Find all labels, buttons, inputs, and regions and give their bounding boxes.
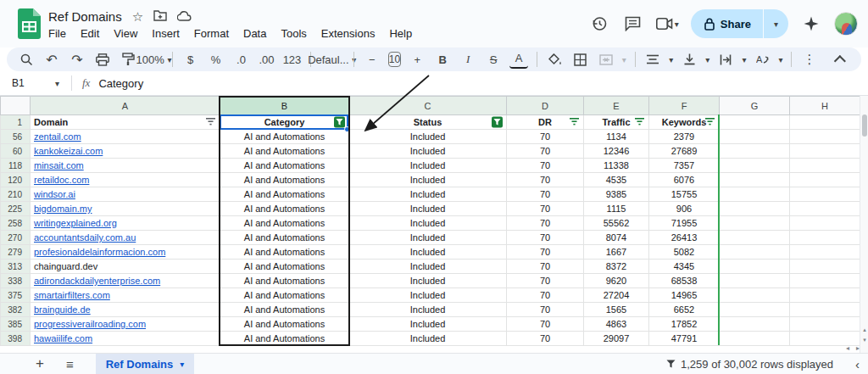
domain-link[interactable]: kankokeizai.com bbox=[34, 146, 103, 156]
menu-view[interactable]: View bbox=[114, 27, 137, 40]
cell-domain[interactable]: zentail.com bbox=[31, 130, 220, 144]
cell-h[interactable] bbox=[790, 144, 860, 159]
text-rotation-dropdown-icon[interactable]: ▾ bbox=[778, 55, 782, 64]
domain-link[interactable]: adirondackdailyenterprise.com bbox=[34, 276, 160, 286]
cell-keywords[interactable]: 47791 bbox=[649, 332, 720, 346]
cell-dr[interactable]: 70 bbox=[507, 260, 584, 274]
text-rotation-icon[interactable]: A bbox=[753, 50, 771, 69]
menu-file[interactable]: File bbox=[48, 27, 66, 40]
strikethrough-button[interactable]: S bbox=[484, 50, 503, 69]
cell-f1-keywords-header[interactable]: Keywords bbox=[649, 115, 720, 130]
cell-category[interactable]: AI and Automations bbox=[220, 245, 349, 260]
cell-domain[interactable]: writingexplained.org bbox=[31, 216, 220, 231]
cell-g[interactable] bbox=[720, 231, 790, 245]
domain-link[interactable]: profesionaldelainformacion.com bbox=[34, 247, 165, 257]
cell-traffic[interactable]: 27204 bbox=[584, 288, 649, 303]
cell-keywords[interactable]: 2379 bbox=[649, 130, 720, 144]
vertical-scrollbar-thumb[interactable] bbox=[862, 114, 867, 137]
cell-keywords[interactable]: 14965 bbox=[649, 288, 720, 303]
cell-status[interactable]: Included bbox=[349, 274, 507, 288]
menu-edit[interactable]: Edit bbox=[81, 27, 99, 40]
cell-category[interactable]: AI and Automations bbox=[220, 303, 349, 317]
decrease-font-size-button[interactable]: − bbox=[363, 50, 381, 69]
cell-dr[interactable]: 70 bbox=[507, 202, 584, 216]
row-number[interactable]: 270 bbox=[1, 231, 31, 245]
domain-link[interactable]: retaildoc.com bbox=[34, 175, 89, 185]
cell-traffic[interactable]: 8074 bbox=[584, 231, 649, 245]
fill-color-icon[interactable] bbox=[546, 50, 565, 69]
menu-insert[interactable]: Insert bbox=[152, 27, 180, 40]
increase-decimal-button[interactable]: .00 bbox=[258, 50, 276, 69]
domain-link[interactable]: accountantsdaily.com.au bbox=[34, 232, 136, 243]
cell-dr[interactable]: 70 bbox=[507, 245, 584, 260]
font-size-input[interactable]: 10 bbox=[388, 52, 401, 67]
domain-link[interactable]: zentail.com bbox=[34, 131, 81, 142]
row-number[interactable]: 1 bbox=[1, 115, 31, 130]
vertical-align-icon[interactable] bbox=[680, 50, 698, 69]
row-number[interactable]: 398 bbox=[1, 332, 31, 346]
cell-dr[interactable]: 70 bbox=[507, 173, 584, 187]
filter-icon-domain[interactable] bbox=[206, 117, 215, 127]
domain-link[interactable]: progressiverailroading.com bbox=[34, 319, 146, 329]
cell-dr[interactable]: 70 bbox=[507, 231, 584, 245]
cell-h[interactable] bbox=[790, 303, 860, 317]
row-number[interactable]: 225 bbox=[1, 202, 31, 216]
cell-h1[interactable] bbox=[790, 115, 860, 130]
column-header-d[interactable]: D bbox=[507, 97, 584, 115]
cell-status[interactable]: Included bbox=[349, 202, 507, 216]
cell-category[interactable]: AI and Automations bbox=[220, 173, 349, 187]
formula-input[interactable]: Category bbox=[98, 77, 143, 90]
cell-keywords[interactable]: 4345 bbox=[649, 260, 720, 274]
cell-h[interactable] bbox=[790, 231, 860, 245]
cell-h[interactable] bbox=[790, 159, 860, 173]
row-number[interactable]: 120 bbox=[1, 173, 31, 187]
menu-help[interactable]: Help bbox=[389, 27, 412, 40]
cell-domain[interactable]: profesionaldelainformacion.com bbox=[31, 245, 220, 260]
cell-traffic[interactable]: 4535 bbox=[584, 173, 649, 187]
cell-a1-domain-header[interactable]: Domain bbox=[31, 115, 220, 130]
redo-icon[interactable]: ↷ bbox=[68, 50, 86, 69]
undo-icon[interactable]: ↶ bbox=[42, 50, 61, 69]
cell-category[interactable]: AI and Automations bbox=[220, 159, 349, 173]
cell-g[interactable] bbox=[720, 317, 790, 332]
sheet-tab-dropdown-icon[interactable]: ▾ bbox=[180, 360, 184, 369]
cell-h[interactable] bbox=[790, 202, 860, 216]
cell-status[interactable]: Included bbox=[349, 245, 507, 260]
active-filter-icon-status[interactable] bbox=[492, 117, 503, 128]
cell-g[interactable] bbox=[720, 202, 790, 216]
cell-status[interactable]: Included bbox=[349, 130, 507, 144]
user-avatar[interactable] bbox=[834, 12, 858, 36]
bold-button[interactable]: B bbox=[433, 50, 452, 69]
menu-tools[interactable]: Tools bbox=[281, 27, 306, 40]
column-header-f[interactable]: F bbox=[649, 97, 720, 115]
cell-g[interactable] bbox=[720, 187, 790, 202]
cell-g[interactable] bbox=[720, 332, 790, 346]
menu-format[interactable]: Format bbox=[194, 27, 229, 40]
cell-dr[interactable]: 70 bbox=[507, 332, 584, 346]
menu-data[interactable]: Data bbox=[243, 27, 266, 40]
name-box[interactable]: B1 ▾ bbox=[0, 77, 66, 89]
cell-category[interactable]: AI and Automations bbox=[220, 216, 349, 231]
column-header-c[interactable]: C bbox=[349, 97, 507, 115]
cell-category[interactable]: AI and Automations bbox=[220, 144, 349, 159]
decrease-decimal-button[interactable]: .0 bbox=[232, 50, 251, 69]
cell-g1[interactable] bbox=[720, 115, 790, 130]
cell-traffic[interactable]: 11338 bbox=[584, 159, 649, 173]
cell-traffic[interactable]: 8372 bbox=[584, 260, 649, 274]
more-formats-button[interactable]: 123 bbox=[283, 50, 302, 69]
filter-icon-keywords[interactable] bbox=[705, 117, 715, 127]
paint-format-icon[interactable] bbox=[119, 50, 137, 69]
scroll-left-icon[interactable]: ◂ bbox=[846, 344, 849, 352]
cell-keywords[interactable]: 7357 bbox=[649, 159, 720, 173]
cell-status[interactable]: Included bbox=[349, 216, 507, 231]
star-icon[interactable]: ☆ bbox=[132, 10, 143, 23]
cell-dr[interactable]: 70 bbox=[507, 274, 584, 288]
merge-cells-icon[interactable] bbox=[597, 50, 615, 69]
row-number[interactable]: 375 bbox=[1, 288, 31, 303]
row-number[interactable]: 258 bbox=[1, 216, 31, 231]
cell-g[interactable] bbox=[720, 159, 790, 173]
merge-dropdown-icon[interactable]: ▾ bbox=[622, 55, 626, 64]
cell-category[interactable]: AI and Automations bbox=[220, 317, 349, 332]
domain-link[interactable]: bigdomain.my bbox=[34, 204, 92, 214]
cell-status[interactable]: Included bbox=[349, 260, 507, 274]
